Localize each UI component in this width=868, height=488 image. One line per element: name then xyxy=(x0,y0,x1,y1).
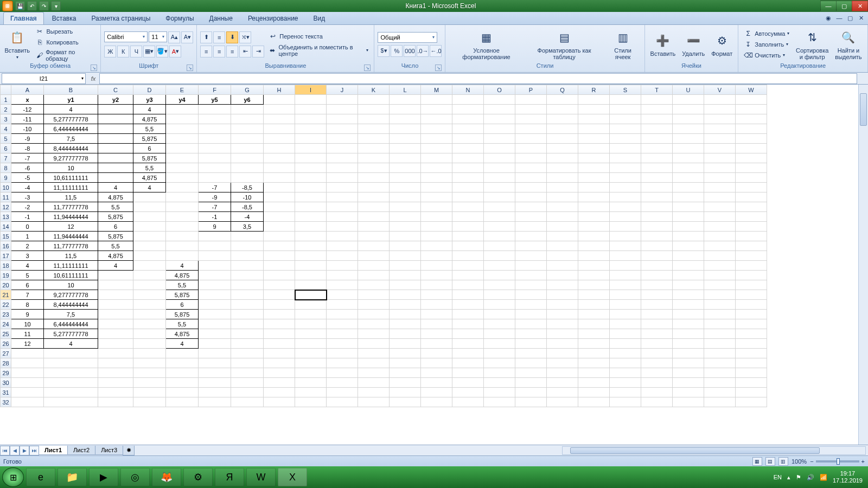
col-header-H[interactable]: H xyxy=(264,85,295,95)
office-button[interactable]: ⊞ xyxy=(2,1,13,11)
cell-P26[interactable] xyxy=(515,339,547,349)
cell-P27[interactable] xyxy=(515,349,547,358)
cell-E27[interactable] xyxy=(166,349,199,358)
cell-B19[interactable]: 10,61111111 xyxy=(44,271,98,280)
cell-M32[interactable] xyxy=(421,397,452,407)
cell-J14[interactable] xyxy=(327,222,358,232)
cell-C21[interactable] xyxy=(98,290,133,300)
cell-L10[interactable] xyxy=(390,183,421,192)
cell-R27[interactable] xyxy=(578,349,610,358)
cell-K4[interactable] xyxy=(358,124,390,134)
cell-D7[interactable]: 5,875 xyxy=(133,153,166,163)
cell-G21[interactable] xyxy=(231,290,264,300)
row-header-3[interactable]: 3 xyxy=(1,114,11,124)
cell-E17[interactable] xyxy=(166,251,199,261)
col-header-I[interactable]: I xyxy=(295,85,327,95)
tray-clock[interactable]: 19:1717.12.2019 xyxy=(833,470,863,484)
cell-G27[interactable] xyxy=(231,349,264,358)
cell-S21[interactable] xyxy=(610,290,641,300)
cell-S29[interactable] xyxy=(610,368,641,378)
cell-U9[interactable] xyxy=(673,173,704,183)
cell-I27[interactable] xyxy=(295,349,327,358)
cell-G16[interactable] xyxy=(231,241,264,251)
col-header-T[interactable]: T xyxy=(641,85,673,95)
cell-P29[interactable] xyxy=(515,368,547,378)
cell-C31[interactable] xyxy=(98,388,133,397)
cell-S23[interactable] xyxy=(610,310,641,319)
view-page-break-icon[interactable]: ▥ xyxy=(778,457,788,466)
cell-K22[interactable] xyxy=(358,300,390,310)
taskbar-media-icon[interactable]: ▶ xyxy=(89,468,118,486)
cell-E1[interactable]: y4 xyxy=(166,95,199,105)
cell-A12[interactable]: -2 xyxy=(11,202,44,212)
cell-R17[interactable] xyxy=(578,251,610,261)
cell-U5[interactable] xyxy=(673,134,704,144)
cell-G18[interactable] xyxy=(231,261,264,271)
cell-F18[interactable] xyxy=(199,261,231,271)
cell-B22[interactable]: 8,444444444 xyxy=(44,300,98,310)
cell-I8[interactable] xyxy=(295,163,327,173)
cell-B12[interactable]: 11,77777778 xyxy=(44,202,98,212)
cell-S26[interactable] xyxy=(610,339,641,349)
cell-L21[interactable] xyxy=(390,290,421,300)
cell-G4[interactable] xyxy=(231,124,264,134)
cell-Q11[interactable] xyxy=(547,192,578,202)
cell-E21[interactable]: 5,875 xyxy=(166,290,199,300)
merge-center-button[interactable]: ⬌Объединить и поместить в центре▾ xyxy=(266,43,371,57)
cell-G6[interactable] xyxy=(231,144,264,153)
cell-P5[interactable] xyxy=(515,134,547,144)
cell-F3[interactable] xyxy=(199,114,231,124)
cell-K27[interactable] xyxy=(358,349,390,358)
cell-W17[interactable] xyxy=(736,251,767,261)
cell-T19[interactable] xyxy=(641,271,673,280)
sheet-nav-last-icon[interactable]: ⏭ xyxy=(29,446,39,455)
cell-B18[interactable]: 11,11111111 xyxy=(44,261,98,271)
border-button[interactable]: ▦▾ xyxy=(143,46,155,57)
cell-G12[interactable]: -8,5 xyxy=(231,202,264,212)
qat-undo-icon[interactable]: ↶ xyxy=(27,1,37,11)
cell-V4[interactable] xyxy=(704,124,736,134)
formula-bar[interactable] xyxy=(99,73,857,84)
cell-S24[interactable] xyxy=(610,319,641,329)
row-header-6[interactable]: 6 xyxy=(1,144,11,153)
cell-J2[interactable] xyxy=(327,105,358,114)
cell-E22[interactable]: 6 xyxy=(166,300,199,310)
cell-P16[interactable] xyxy=(515,241,547,251)
cell-V13[interactable] xyxy=(704,212,736,222)
cell-V15[interactable] xyxy=(704,232,736,241)
cell-U6[interactable] xyxy=(673,144,704,153)
cell-U2[interactable] xyxy=(673,105,704,114)
row-header-24[interactable]: 24 xyxy=(1,319,11,329)
align-bottom-icon[interactable]: ⬇ xyxy=(226,31,238,43)
cell-R28[interactable] xyxy=(578,358,610,368)
row-header-21[interactable]: 21 xyxy=(1,290,11,300)
align-right-icon[interactable]: ≡ xyxy=(226,46,238,57)
cell-N27[interactable] xyxy=(452,349,484,358)
cell-F24[interactable] xyxy=(199,319,231,329)
cell-D1[interactable]: y3 xyxy=(133,95,166,105)
cell-O27[interactable] xyxy=(484,349,515,358)
cell-G3[interactable] xyxy=(231,114,264,124)
col-header-J[interactable]: J xyxy=(327,85,358,95)
cell-F8[interactable] xyxy=(199,163,231,173)
cell-L17[interactable] xyxy=(390,251,421,261)
cell-K7[interactable] xyxy=(358,153,390,163)
cell-L32[interactable] xyxy=(390,397,421,407)
cell-R8[interactable] xyxy=(578,163,610,173)
cell-E7[interactable] xyxy=(166,153,199,163)
cell-V1[interactable] xyxy=(704,95,736,105)
cell-O9[interactable] xyxy=(484,173,515,183)
cell-C2[interactable] xyxy=(98,105,133,114)
cell-D26[interactable] xyxy=(133,339,166,349)
cell-R20[interactable] xyxy=(578,280,610,290)
cell-T29[interactable] xyxy=(641,368,673,378)
cell-M18[interactable] xyxy=(421,261,452,271)
cell-N13[interactable] xyxy=(452,212,484,222)
cell-L26[interactable] xyxy=(390,339,421,349)
cell-W22[interactable] xyxy=(736,300,767,310)
font-color-button[interactable]: A▾ xyxy=(169,46,181,57)
cell-V23[interactable] xyxy=(704,310,736,319)
cell-D20[interactable] xyxy=(133,280,166,290)
cell-P13[interactable] xyxy=(515,212,547,222)
cell-T12[interactable] xyxy=(641,202,673,212)
